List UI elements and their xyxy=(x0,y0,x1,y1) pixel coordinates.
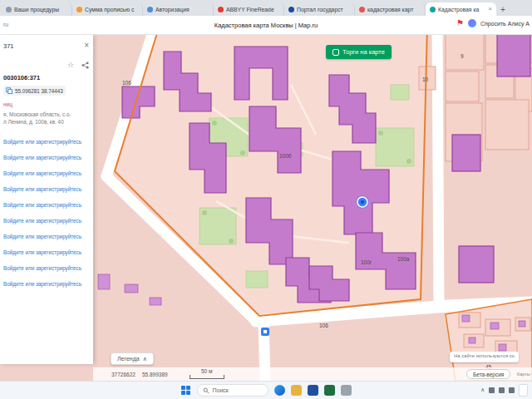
battery-icon[interactable] xyxy=(509,387,515,393)
attribute-row: Войдите или зарегистрируйтесь xyxy=(3,213,89,229)
tab-label: Авторизация xyxy=(155,7,190,12)
search-placeholder: Поиск xyxy=(213,387,229,393)
tab-label: ABBYY FineReade xyxy=(226,7,274,12)
parcel-info-panel: 371 × ☆ 0030106:371 55.096281 38.74443 xyxy=(0,35,93,364)
alice-label[interactable]: Спросить Алису А xyxy=(480,21,530,27)
tab-kadastrovaya-active[interactable]: Кадастровая ка × xyxy=(426,2,496,16)
chevron-up-icon: ∧ xyxy=(143,356,147,362)
login-link[interactable]: Войдите или зарегистрируйтесь xyxy=(3,234,81,239)
login-link[interactable]: Войдите или зарегистрируйтесь xyxy=(3,139,81,145)
login-link[interactable]: Войдите или зарегистрируйтесь xyxy=(3,202,81,208)
login-link[interactable]: Войдите или зарегистрируйтесь xyxy=(3,170,81,176)
tab-kadastrovaya-karta[interactable]: кадастровая карт xyxy=(355,2,426,16)
attribute-row: Войдите или зарегистрируйтесь xyxy=(3,197,89,213)
tab-avtorizaciya[interactable]: Авторизация xyxy=(143,2,214,16)
taskbar-app-icon-excel[interactable] xyxy=(324,385,335,396)
tab-portal-gosuslug[interactable]: Портал государст xyxy=(284,2,355,16)
browser-tabstrip: Ваши процедуры Сумма прописью с Авториза… xyxy=(0,0,532,16)
attribute-rows: Войдите или зарегистрируйтесь Войдите ил… xyxy=(3,134,89,292)
tab-label: Кадастровая ка xyxy=(438,7,479,12)
tab-summa-propisyu[interactable]: Сумма прописью с xyxy=(72,2,143,16)
tab-favicon xyxy=(76,7,82,12)
new-tab-button[interactable]: + xyxy=(496,2,510,16)
cookie-notice: На сайте используются co xyxy=(450,352,519,362)
browser-titlebar: ru Кадастровая карта Москвы | Map.ru ⚑ С… xyxy=(0,16,532,35)
building-label: 100г xyxy=(361,259,372,265)
notification-pane[interactable] xyxy=(519,384,528,397)
tray-chevron-icon[interactable]: ∧ xyxy=(480,387,485,393)
tab-abbyy[interactable]: ABBYY FineReade xyxy=(214,2,284,16)
copy-icon xyxy=(6,87,12,94)
volume-icon[interactable] xyxy=(499,387,505,393)
tab-close-icon[interactable]: × xyxy=(488,6,492,12)
taskbar-app-icon-word[interactable] xyxy=(308,385,318,396)
tab-favicon xyxy=(430,7,436,12)
address-line1: я, Московская область, с.о. xyxy=(3,111,89,118)
coordinate-y: 55.899389 xyxy=(142,372,168,377)
attribute-row: Войдите или зарегистрируйтесь xyxy=(3,134,89,150)
network-icon[interactable] xyxy=(489,387,495,393)
taskbar-app-icon-settings[interactable] xyxy=(341,385,352,396)
cadastral-number: 0030106:371 xyxy=(3,74,89,81)
scale-label: 50 м xyxy=(201,369,213,375)
legend-button[interactable]: Легенда ∧ xyxy=(111,352,154,365)
taskbar-app-icon-folder[interactable] xyxy=(291,385,302,396)
taskbar-app-icon-browser[interactable] xyxy=(274,385,285,396)
tab-label: кадастровая карт xyxy=(367,7,413,12)
login-link[interactable]: Войдите или зарегистрируйтесь xyxy=(3,218,81,224)
parcel-label: 10 xyxy=(422,76,429,82)
location-marker[interactable] xyxy=(356,195,369,209)
windows-taskbar: Поиск xyxy=(0,381,532,399)
map-attribution: Карты © Я xyxy=(517,372,532,377)
tab-favicon xyxy=(288,7,294,12)
tab-favicon xyxy=(359,7,365,12)
favorite-star-icon[interactable]: ☆ xyxy=(67,62,74,69)
cursor-coordinates: 37726622 55.899389 xyxy=(111,372,168,377)
tab-vashi-procedury[interactable]: Ваши процедуры xyxy=(2,2,72,16)
building-label: 100а xyxy=(397,256,410,262)
login-link[interactable]: Войдите или зарегистрируйтесь xyxy=(3,249,81,255)
start-button[interactable] xyxy=(181,386,191,396)
tab-label: Сумма прописью с xyxy=(85,7,134,12)
login-link[interactable]: Войдите или зарегистрируйтесь xyxy=(3,281,81,287)
attribute-row: Войдите или зарегистрируйтесь xyxy=(3,276,89,292)
attribute-row: Войдите или зарегистрируйтесь xyxy=(3,150,89,165)
transit-stop-glyph xyxy=(264,330,267,333)
search-icon xyxy=(203,387,209,394)
login-link[interactable]: Войдите или зарегистрируйтесь xyxy=(3,155,81,160)
tab-favicon xyxy=(218,7,224,12)
torgi-na-karte-button[interactable]: Торги на карте xyxy=(326,45,392,59)
beta-version-button[interactable]: Бета-версия xyxy=(466,369,510,379)
page-title: Кадастровая карта Москвы | Map.ru xyxy=(0,22,532,29)
tab-label: Портал государст xyxy=(297,7,343,12)
attribute-row: Войдите или зарегистрируйтесь xyxy=(3,244,89,260)
building-label: 106 xyxy=(319,323,328,328)
map-viewport[interactable]: 106 100б 100г 100а 106 10 9 45 Торги на … xyxy=(0,35,532,381)
attribute-row: Войдите или зарегистрируйтесь xyxy=(3,260,89,276)
torgi-label: Торги на карте xyxy=(342,48,385,56)
building-label: 106 xyxy=(122,80,131,86)
parcel-label: 9 xyxy=(461,53,464,59)
close-icon[interactable]: × xyxy=(84,42,89,50)
torgi-icon xyxy=(332,49,339,56)
coordinates-value: 55.096281 38.74443 xyxy=(15,88,63,94)
attribute-row: Войдите или зарегистрируйтесь xyxy=(3,181,89,197)
share-icon[interactable] xyxy=(81,62,89,69)
login-link[interactable]: Войдите или зарегистрируйтесь xyxy=(3,265,81,271)
coordinates-chip[interactable]: 55.096281 38.74443 xyxy=(3,86,66,96)
attribute-row: Войдите или зарегистрируйтесь xyxy=(3,165,89,181)
system-tray[interactable]: ∧ xyxy=(480,384,528,397)
titlebar-right: ⚑ Спросить Алису А xyxy=(456,19,530,27)
tab-label: Ваши процедуры xyxy=(14,7,59,12)
attribute-row: Войдите или зарегистрируйтесь xyxy=(3,229,89,244)
alice-icon[interactable] xyxy=(468,19,476,27)
tab-favicon xyxy=(6,7,12,12)
taskbar-search[interactable]: Поиск xyxy=(197,384,268,397)
scale-bar xyxy=(190,375,224,379)
bookmark-icon[interactable]: ⚑ xyxy=(456,19,464,27)
panel-header: 371 xyxy=(3,42,14,50)
login-link[interactable]: Войдите или зарегистрируйтесь xyxy=(3,186,81,192)
status-label: ниц xyxy=(3,101,89,107)
address-line2: л Ленина, д. 100в, кв. 40 xyxy=(3,118,89,126)
building-label: 100б xyxy=(279,153,292,159)
